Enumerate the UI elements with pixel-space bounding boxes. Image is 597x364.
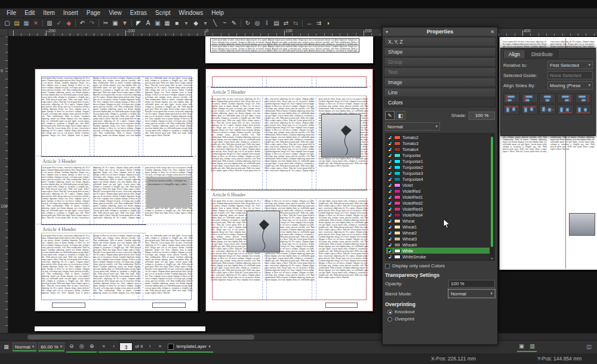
insert-line-icon[interactable]: ╲ (210, 18, 220, 27)
undo-icon[interactable]: ↶ (78, 18, 87, 27)
toggle-images-icon[interactable]: ▣ (517, 342, 526, 351)
article-3-header[interactable]: Article 3 Header (41, 156, 193, 165)
layer-select[interactable]: templateLayer▾ (175, 342, 213, 351)
polygon-dropdown-icon[interactable]: ▾ (201, 18, 210, 27)
page-number-field[interactable]: 3 (119, 343, 133, 351)
menu-help[interactable]: Help (207, 9, 228, 17)
cut-icon[interactable]: ✂ (101, 18, 110, 27)
blend-mode-select[interactable]: Normal▾ (448, 289, 495, 298)
knockout-radio[interactable]: Knockout (387, 309, 495, 314)
shade-button[interactable]: 100 % (469, 112, 495, 120)
color-list[interactable]: Tomato2Tomato3Tomato4TurquoiseTurquoise1… (386, 134, 490, 260)
close-document-icon[interactable]: ✕ (31, 18, 41, 27)
section-shape[interactable]: Shape (384, 47, 496, 57)
color-row-turquoise1[interactable]: Turquoise1 (386, 158, 490, 164)
scrollbar-thumb[interactable] (27, 335, 254, 340)
display-used-colors-checkbox[interactable] (385, 264, 390, 269)
color-row-wheat[interactable]: Wheat (386, 218, 490, 224)
preview-mode-icon[interactable]: ▥ (528, 342, 537, 351)
kite-photo-1[interactable] (321, 114, 361, 158)
open-document-icon[interactable]: ▤ (12, 18, 21, 27)
horizontal-scrollbar[interactable] (0, 333, 597, 340)
menu-script[interactable]: Script (151, 9, 175, 17)
align-sides-select[interactable]: Moving (Prese▾ (547, 81, 593, 90)
menu-windows[interactable]: Windows (175, 9, 208, 17)
zoom-in-icon[interactable]: ⊕ (87, 342, 96, 351)
photo-frame[interactable] (569, 213, 595, 236)
page-left[interactable]: Lorem ipsum dolor sit amet, consectetuer… (35, 69, 198, 311)
align-center-horizontal-button[interactable] (539, 93, 556, 103)
page-number-frame[interactable] (152, 303, 186, 308)
horizontal-ruler[interactable]: -200-1000100200300400 (8, 29, 597, 36)
vertical-ruler[interactable]: 0100200 (0, 36, 8, 333)
copy-properties-icon[interactable]: ⇉ (314, 18, 324, 27)
ruler-corner[interactable] (0, 29, 8, 36)
menu-page[interactable]: Page (82, 9, 104, 17)
align-left-edges-button[interactable] (521, 93, 538, 103)
color-row-turquoise2[interactable]: Turquoise2 (386, 164, 490, 170)
select-display-icon[interactable]: ◫ (584, 343, 593, 351)
kite-photo-2[interactable] (247, 211, 280, 252)
properties-panel-titlebar[interactable]: ▾ Properties ✕ (383, 27, 497, 36)
edit-contents-icon[interactable]: I (262, 18, 272, 27)
align-bottom-edges-button[interactable] (557, 104, 574, 115)
align-left-to-right-of-anchor-button[interactable] (575, 93, 592, 103)
color-row-violetred[interactable]: VioletRed (386, 188, 490, 194)
color-row-violet[interactable]: Violet (386, 182, 490, 188)
article-5-header[interactable]: Article 5 Header (211, 87, 367, 96)
fill-blend-select[interactable]: Normal▾ (385, 122, 440, 131)
measurements-icon[interactable]: ↔ (304, 18, 314, 27)
scrollbar-thumb[interactable] (491, 137, 493, 247)
page-right[interactable]: Article 5 Header Lorem ipsum dolor sit a… (205, 69, 373, 311)
pullquote-frame[interactable]: Aenean massa nulla, volutpat ac, accumsa… (146, 177, 190, 208)
paste-icon[interactable]: ▼ (120, 18, 130, 27)
insert-freehand-icon[interactable]: ✎ (229, 18, 239, 27)
color-row-turquoise3[interactable]: Turquoise3 (386, 170, 490, 176)
align-top-to-bottom-of-anchor-button[interactable] (575, 104, 592, 115)
previous-page-icon[interactable]: ‹ (109, 342, 118, 351)
menu-extras[interactable]: Extras (126, 9, 151, 17)
color-row-tomato2[interactable]: Tomato2 (386, 134, 490, 140)
zoom-level-select[interactable]: 60.00 %▾ (38, 343, 64, 351)
align-center-vertical-button[interactable] (539, 104, 556, 115)
color-row-wheat4[interactable]: Wheat4 (386, 242, 490, 248)
article-6-header[interactable]: Article 6 Header (211, 190, 367, 199)
section-colors[interactable]: Colors (384, 98, 496, 107)
image-quality-select[interactable]: Normal▾ (13, 343, 36, 351)
menu-view[interactable]: View (104, 9, 126, 17)
color-row-violetred3[interactable]: VioletRed3 (386, 206, 490, 212)
color-row-violetred2[interactable]: VioletRed2 (386, 200, 490, 206)
color-row-violetred1[interactable]: VioletRed1 (386, 194, 490, 200)
copy-icon[interactable]: ▣ (110, 18, 120, 27)
export-pdf-icon[interactable]: ◆ (64, 18, 73, 27)
next-page-icon[interactable]: › (146, 342, 155, 351)
close-icon[interactable]: ✕ (490, 29, 494, 35)
insert-text-frame-icon[interactable]: A (143, 18, 153, 27)
page-number-frame[interactable] (325, 303, 358, 308)
section-text[interactable]: Text (384, 67, 496, 77)
last-page-icon[interactable]: » (156, 342, 165, 351)
save-icon[interactable]: ▦ (21, 18, 31, 27)
redo-icon[interactable]: ↷ (87, 18, 97, 27)
page-2-partial[interactable]: Lorem ipsum dolor sit amet, consectetuer… (205, 36, 373, 63)
rotate-item-icon[interactable]: ↻ (243, 18, 253, 27)
color-row-wheat2[interactable]: Wheat2 (386, 230, 490, 236)
overprint-radio[interactable]: Overprint (387, 316, 495, 322)
relative-to-select[interactable]: First Selected▾ (547, 61, 593, 69)
menu-file[interactable]: File (2, 9, 20, 17)
insert-table-icon[interactable]: ▦ (162, 18, 172, 27)
scroll-down-icon[interactable]: ▼ (490, 257, 494, 260)
align-top-edges-button[interactable] (521, 104, 538, 115)
color-row-whitesmoke[interactable]: WhiteSmoke (386, 254, 490, 260)
insert-polygon-icon[interactable]: ◆ (191, 18, 201, 27)
edit-fill-color-button[interactable]: ◧ (396, 111, 405, 120)
color-row-turquoise4[interactable]: Turquoise4 (386, 176, 490, 182)
unlink-text-frames-icon[interactable]: ⇆ (291, 18, 300, 27)
page-number-frame[interactable] (52, 303, 85, 308)
color-row-turquoise[interactable]: Turquoise (386, 152, 490, 158)
article-4-header[interactable]: Article 4 Header (41, 224, 146, 233)
preflight-verifier-icon[interactable]: ✓ (54, 18, 64, 27)
text-frame[interactable]: Lorem ipsum dolor sit amet, consectetuer… (41, 235, 193, 300)
edit-line-color-button[interactable]: ✎ (385, 111, 395, 120)
align-right-to-left-of-anchor-button[interactable] (503, 93, 520, 103)
